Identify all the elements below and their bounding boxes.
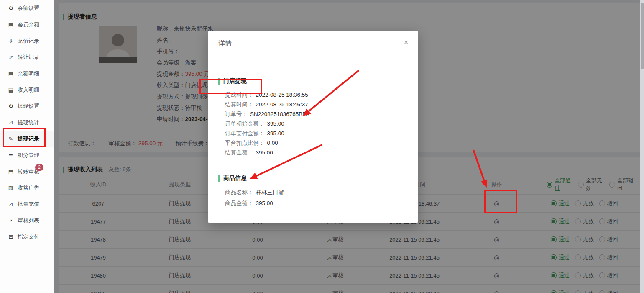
field-label: 提现状态： <box>157 105 185 111</box>
modal-detail-row: 订单初始金额：395.00 <box>225 119 408 129</box>
sidebar-item-withdraw-settings[interactable]: ⚙提现设置 <box>0 98 54 114</box>
modal-detail-row: 商品名称：桂林三日游 <box>225 187 408 198</box>
scrollbar[interactable] <box>640 0 644 293</box>
detail-value: 桂林三日游 <box>256 189 284 195</box>
row-audit-option[interactable]: 通过 <box>551 254 570 261</box>
sidebar-item-withdraw-records[interactable]: ✎提现记录 <box>0 131 54 147</box>
info-field: 姓名： <box>157 34 214 46</box>
radio-icon[interactable] <box>599 254 605 260</box>
radio-icon[interactable] <box>599 200 605 206</box>
radio-icon[interactable] <box>551 200 557 206</box>
radio-icon[interactable] <box>551 218 557 224</box>
audit-all-option[interactable]: 全部驳回 <box>609 177 635 192</box>
sidebar-item-recharge-records[interactable]: ⇩充值记录 <box>0 33 54 49</box>
radio-icon[interactable] <box>599 290 605 293</box>
row-audit-option[interactable]: 无效 <box>575 200 594 207</box>
row-audit-option[interactable]: 通过 <box>551 236 570 243</box>
view-icon[interactable]: ◎ <box>494 236 499 243</box>
row-audit-option[interactable]: 驳回 <box>599 254 618 261</box>
audit-all-option[interactable]: 全部无效 <box>578 177 604 192</box>
row-audit-option-label: 无效 <box>583 218 594 225</box>
sidebar-item-label: 审核列表 <box>18 217 39 224</box>
audit-all-option[interactable]: 全部通过 <box>547 177 572 192</box>
row-audit-option[interactable]: 驳回 <box>599 272 618 279</box>
radio-icon[interactable] <box>599 236 605 242</box>
table-cell: 19478 <box>59 236 138 243</box>
row-audit-option[interactable]: 驳回 <box>599 200 618 207</box>
row-audit-option[interactable]: 无效 <box>575 236 594 243</box>
close-icon[interactable]: ✕ <box>404 39 409 46</box>
radio-icon[interactable] <box>551 272 557 278</box>
payment-item: 审核金额：395.00 元 <box>109 140 163 147</box>
row-actions: ◎ <box>452 290 542 293</box>
row-audit-radio-group: 通过无效驳回 <box>551 290 624 293</box>
field-label: 申请时间： <box>157 116 185 122</box>
sidebar-item-transfer-audit[interactable]: ▤转账审核2 <box>0 163 54 180</box>
row-audit-option[interactable]: 驳回 <box>599 236 618 243</box>
row-audit-option[interactable]: 通过 <box>551 200 570 207</box>
row-audit-cell: 通过无效驳回 <box>542 236 641 243</box>
sidebar-item-batch-recharge[interactable]: ⊿批量充值 <box>0 196 54 212</box>
radio-icon[interactable] <box>599 272 605 278</box>
modal-detail-row: 订单支付金额：395.00 <box>225 129 408 138</box>
radio-icon[interactable] <box>575 236 581 242</box>
modal-section-title-text: 门店提现 <box>223 77 247 85</box>
payment-item-label: 审核金额： <box>109 140 137 146</box>
row-audit-option[interactable]: 通过 <box>551 272 570 279</box>
radio-icon[interactable] <box>551 290 557 293</box>
gauge-icon: ◔ <box>8 217 14 224</box>
section-bar <box>63 14 64 20</box>
row-audit-option-label: 无效 <box>583 254 594 261</box>
radio-icon[interactable] <box>599 218 605 224</box>
row-audit-option[interactable]: 驳回 <box>599 218 618 225</box>
sidebar-item-audit-list[interactable]: ◔审核列表 <box>0 212 54 229</box>
info-field: 手机号： <box>157 46 214 57</box>
radio-icon[interactable] <box>575 272 581 278</box>
sidebar-item-balance-settings[interactable]: ⚙余额设置 <box>0 0 54 16</box>
modal-section: 商品信息商品名称：桂林三日游商品金额：395.00 <box>208 174 418 209</box>
radio-icon[interactable] <box>551 236 557 242</box>
view-icon[interactable]: ◎ <box>494 290 499 293</box>
sidebar-item-points-manage[interactable]: ≣积分管理 <box>0 147 54 163</box>
view-icon[interactable]: ◎ <box>494 200 499 207</box>
radio-icon[interactable] <box>575 290 581 293</box>
table-cell: 2022-11-15 09:26:43 <box>377 290 452 293</box>
total-count: 总数: 9条 <box>109 166 131 173</box>
row-audit-option[interactable]: 通过 <box>551 218 570 225</box>
view-icon[interactable]: ◎ <box>494 254 499 261</box>
sidebar-item-withdraw-stats[interactable]: ⊿提现统计 <box>0 114 54 131</box>
view-icon[interactable]: ◎ <box>494 218 499 225</box>
row-audit-option[interactable]: 驳回 <box>599 290 618 293</box>
sidebar-item-label: 会员余额 <box>18 21 39 28</box>
info-field: 提现方式：提现到微信 <box>157 91 214 102</box>
download-icon: ⇩ <box>8 38 14 44</box>
radio-icon[interactable] <box>547 182 552 188</box>
stats-icon: ⊿ <box>8 119 14 126</box>
row-audit-option[interactable]: 通过 <box>551 290 570 293</box>
modal-section-rows: 提成时间：2022-08-25 18:36:55结算时间：2022-08-25 … <box>218 90 408 157</box>
scrollbar-thumb[interactable] <box>641 3 644 69</box>
detail-value: 395.00 <box>256 200 273 206</box>
radio-icon[interactable] <box>551 254 557 260</box>
sidebar-item-income-detail[interactable]: ▤收入明细 <box>0 82 54 98</box>
sidebar-item-balance-detail[interactable]: ▤余额明细 <box>0 65 54 82</box>
sidebar-item-member-balance[interactable]: ▤会员余额 <box>0 16 54 33</box>
radio-icon[interactable] <box>575 254 581 260</box>
info-field: 昵称：来瓶快乐肥仔水 <box>157 23 214 34</box>
sidebar-item-revenue-ads[interactable]: ▨收益广告 <box>0 180 54 196</box>
sidebar-item-label: 积分管理 <box>18 152 39 159</box>
radio-icon[interactable] <box>609 182 615 188</box>
sidebar-item-assigned-payment[interactable]: ⊟指定支付 <box>0 229 54 245</box>
row-audit-option[interactable]: 无效 <box>575 272 594 279</box>
view-icon[interactable]: ◎ <box>494 272 499 279</box>
sidebar-item-label: 充值记录 <box>18 37 39 45</box>
radio-icon[interactable] <box>578 182 584 188</box>
row-audit-option[interactable]: 无效 <box>575 290 594 293</box>
radio-icon[interactable] <box>575 218 581 224</box>
row-audit-option[interactable]: 无效 <box>575 254 594 261</box>
radio-icon[interactable] <box>575 200 581 206</box>
sidebar-item-transfer-records[interactable]: ⇗转让记录 <box>0 49 54 65</box>
row-audit-option[interactable]: 无效 <box>575 218 594 225</box>
detail-label: 订单号： <box>225 111 248 117</box>
row-audit-option-label: 通过 <box>559 272 570 279</box>
